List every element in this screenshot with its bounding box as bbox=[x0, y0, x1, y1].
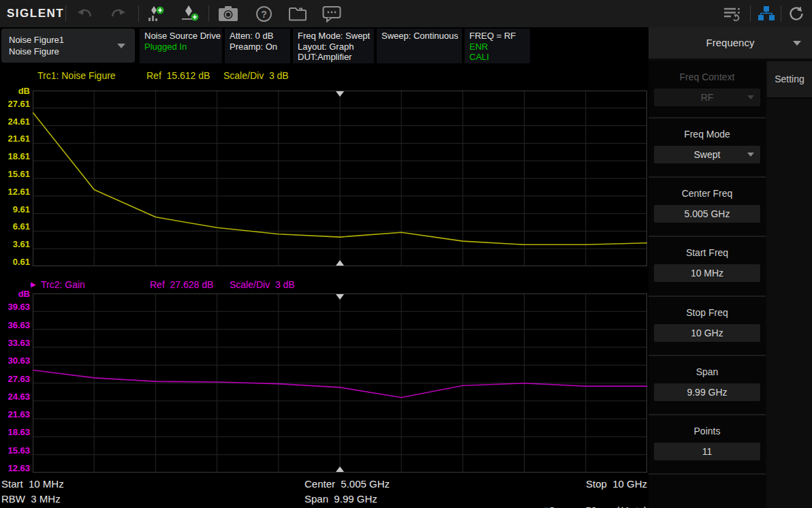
help-icon[interactable]: ? bbox=[253, 5, 274, 22]
redo-icon[interactable] bbox=[108, 5, 128, 22]
add-trace-icon[interactable] bbox=[146, 5, 166, 22]
add-marker-icon[interactable] bbox=[180, 5, 200, 22]
y-axis-tick: 6.61 bbox=[0, 221, 30, 232]
status-line: CALI bbox=[469, 52, 525, 63]
sidebar-body: Freq ContextRFFreq ModeSweptCenter Freq5… bbox=[649, 61, 812, 508]
y-axis-unit: dB bbox=[0, 289, 30, 299]
span-field[interactable]: 9.99 GHz bbox=[654, 383, 760, 401]
graph2-plot[interactable] bbox=[33, 293, 647, 473]
freq-mode-label: Freq Mode bbox=[649, 128, 766, 140]
status-line: DUT:Amplifier bbox=[298, 52, 369, 63]
preset-list-icon[interactable] bbox=[722, 5, 743, 22]
y-axis-tick: 24.61 bbox=[0, 116, 30, 127]
trace2-scale: Scale/Div 3 dB bbox=[230, 279, 295, 290]
y-axis-tick: 12.63 bbox=[0, 463, 30, 473]
status-cell[interactable]: Sweep: Continuous bbox=[377, 29, 462, 63]
span-annotation: Span 9.99 GHz bbox=[304, 493, 377, 505]
status-line: ENR bbox=[469, 42, 525, 52]
start-freq-field[interactable]: 10 MHz bbox=[654, 264, 760, 282]
start-freq-annotation: Start 10 MHz bbox=[1, 478, 64, 490]
trace2-header[interactable]: ▶ Trc2: Gain Ref 27.628 dB Scale/Div 3 d… bbox=[0, 279, 647, 291]
status-line: Atten: 0 dB bbox=[230, 31, 285, 42]
y-axis-tick: 3.61 bbox=[0, 239, 30, 249]
panel-freq-mode: Freq ModeSwept bbox=[649, 128, 766, 178]
y-axis-tick: 12.61 bbox=[0, 187, 30, 197]
network-icon[interactable] bbox=[756, 5, 777, 22]
center-freq-field[interactable]: 5.005 GHz bbox=[654, 205, 760, 223]
stop-freq-label: Stop Freq bbox=[649, 306, 766, 319]
y-axis-tick: 27.61 bbox=[0, 99, 30, 109]
y-axis-tick: 18.61 bbox=[0, 151, 30, 161]
start-freq-label: Start Freq bbox=[649, 247, 766, 259]
undo-icon[interactable] bbox=[75, 5, 95, 22]
panel-span: Span9.99 GHz bbox=[649, 366, 766, 415]
history-icon[interactable] bbox=[786, 5, 807, 22]
status-cell[interactable]: Atten: 0 dBPreamp: On bbox=[225, 29, 290, 63]
screenshot-icon[interactable] bbox=[218, 5, 238, 22]
center-freq-marker-bottom[interactable] bbox=[336, 466, 344, 472]
toolbar-divider bbox=[208, 5, 209, 22]
message-icon[interactable] bbox=[322, 5, 342, 22]
rbw-annotation: RBW 3 MHz bbox=[1, 493, 61, 505]
file-icon[interactable] bbox=[287, 5, 308, 22]
freq-mode-field[interactable]: Swept bbox=[654, 146, 760, 163]
y-axis-tick: 21.63 bbox=[0, 409, 30, 419]
y-axis-tick: 39.63 bbox=[0, 302, 30, 312]
screen: SIGLENT bbox=[0, 0, 812, 508]
panel-points: Points11 bbox=[649, 425, 766, 475]
status-line: Layout: Graph bbox=[298, 42, 369, 52]
panel-freq-context: Freq ContextRF bbox=[649, 71, 766, 118]
points-field[interactable]: 11 bbox=[654, 443, 760, 460]
sidebar-menu-dropdown[interactable]: Frequency bbox=[649, 27, 812, 61]
center-freq-marker-top[interactable] bbox=[336, 91, 344, 97]
y-axis-tick: 30.63 bbox=[0, 355, 30, 366]
y-axis-tick: 24.63 bbox=[0, 392, 30, 402]
toolbar-divider bbox=[781, 5, 781, 22]
status-bar: Noise Figure1 Noise Figure Noise Source … bbox=[0, 27, 647, 65]
svg-text:?: ? bbox=[261, 8, 267, 19]
status-line: Plugged In bbox=[144, 42, 217, 52]
center-freq-marker-bottom[interactable] bbox=[336, 260, 344, 266]
trace1-scale: Scale/Div 3 dB bbox=[223, 70, 289, 81]
toolbar-divider bbox=[750, 5, 751, 22]
toolbar-divider bbox=[65, 5, 66, 22]
status-line: Sweep: Continuous bbox=[381, 31, 457, 42]
trace1-title: Trc1: Noise Figure bbox=[37, 70, 116, 81]
y-axis-tick: 15.63 bbox=[0, 445, 30, 456]
trace1-header[interactable]: Trc1: Noise Figure Ref 15.612 dB Scale/D… bbox=[0, 70, 647, 82]
center-freq-annotation: Center 5.005 GHz bbox=[304, 478, 390, 490]
y-axis-unit: dB bbox=[0, 86, 30, 96]
y-axis-tick: 33.63 bbox=[0, 338, 30, 348]
sweep-text: Sweep 50 ms (11pts) bbox=[548, 505, 647, 508]
measurement-name: Noise Figure1 bbox=[9, 34, 135, 46]
sidebar-panels: Freq ContextRFFreq ModeSweptCenter Freq5… bbox=[649, 61, 766, 508]
status-line: Noise Source Drive bbox=[144, 31, 217, 42]
sidebar: Frequency Freq ContextRFFreq ModeSweptCe… bbox=[649, 27, 812, 508]
center-freq-marker-top[interactable] bbox=[336, 294, 344, 300]
status-cell[interactable]: Noise Source DrivePlugged In bbox=[140, 29, 222, 63]
tab-setting[interactable]: Setting bbox=[767, 61, 812, 99]
measurement-selector[interactable]: Noise Figure1 Noise Figure bbox=[1, 29, 135, 63]
points-label: Points bbox=[649, 425, 766, 437]
stop-freq-field[interactable]: 10 GHz bbox=[654, 324, 760, 342]
panel-center-freq: Center Freq5.005 GHz bbox=[649, 187, 766, 237]
toolbar: SIGLENT bbox=[0, 0, 812, 27]
y-axis-tick: 27.63 bbox=[0, 374, 30, 384]
active-trace-icon: ▶ bbox=[31, 281, 36, 288]
trace2-title: Trc2: Gain bbox=[41, 279, 85, 290]
status-cell[interactable]: Freq Mode: SweptLayout: GraphDUT:Amplifi… bbox=[293, 29, 374, 63]
y-axis-tick: 0.61 bbox=[0, 257, 30, 267]
y-axis-tick: 18.63 bbox=[0, 427, 30, 437]
center-freq-label: Center Freq bbox=[649, 187, 766, 200]
chevron-down-icon bbox=[747, 95, 754, 99]
graph1-plot[interactable] bbox=[33, 91, 647, 266]
sweep-hash: # bbox=[543, 505, 548, 508]
y-axis-tick: 15.61 bbox=[0, 169, 30, 179]
sweep-annotation: #Sweep 50 ms (11pts) bbox=[531, 493, 647, 508]
status-cell[interactable]: FREQ = RFENRCALI bbox=[465, 29, 530, 63]
sidebar-menu-title: Frequency bbox=[706, 37, 755, 48]
panel-stop-freq: Stop Freq10 GHz bbox=[649, 306, 766, 356]
panel-start-freq: Start Freq10 MHz bbox=[649, 247, 766, 297]
span-label: Span bbox=[649, 366, 766, 378]
sidebar-tabs: Setting bbox=[767, 61, 812, 508]
